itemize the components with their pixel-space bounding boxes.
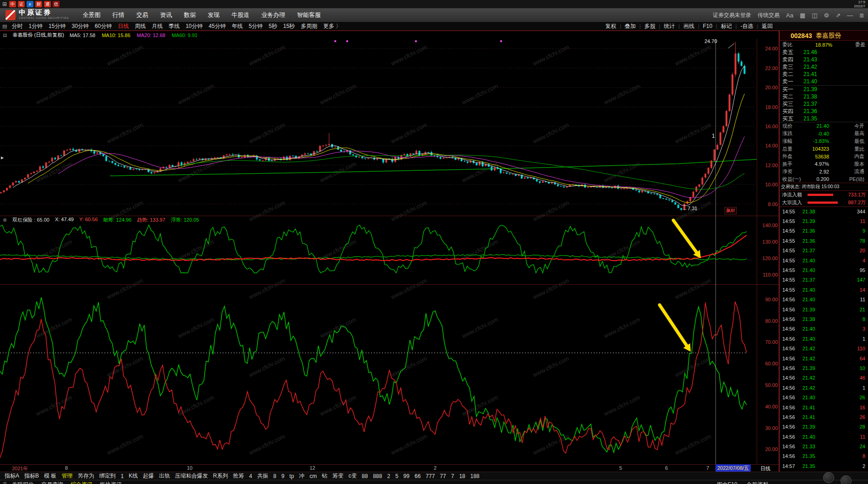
menu-item-7[interactable]: 牛股道 bbox=[231, 11, 249, 19]
taskbar-app-icon-3[interactable]: e bbox=[27, 1, 33, 7]
bottom-tool-14[interactable]: 4 bbox=[249, 473, 252, 479]
bottom-tool-19[interactable]: 冲 bbox=[299, 472, 305, 480]
panel-icon[interactable]: ▤ bbox=[3, 33, 7, 38]
menu-item-2[interactable]: 行情 bbox=[112, 11, 124, 19]
menu-item-8[interactable]: 业务办理 bbox=[261, 11, 285, 19]
chart-tool-3[interactable]: 多股 bbox=[644, 22, 655, 30]
bottom-tool-9[interactable]: 起爆 bbox=[143, 472, 154, 480]
bottom-tab-3[interactable]: 综合资讯 bbox=[71, 481, 93, 484]
grid-layout-icon[interactable]: ▦ bbox=[800, 12, 805, 19]
period-tab-7[interactable]: 周线 bbox=[135, 22, 146, 30]
period-tab-9[interactable]: 季线 bbox=[169, 22, 180, 30]
taskbar-app-icon-1[interactable]: 中 bbox=[9, 1, 16, 7]
period-tab-1[interactable]: 分时 bbox=[11, 22, 22, 30]
traditional-trade-link[interactable]: 传统交易 bbox=[758, 11, 780, 19]
chart-tool-6[interactable]: F10 bbox=[703, 23, 712, 29]
start-button[interactable]: ⊞ bbox=[2, 1, 7, 7]
bottom-tool-10[interactable]: 出轨 bbox=[159, 472, 170, 480]
bottom-tool-6[interactable]: 绑定到 bbox=[99, 472, 115, 480]
bottom-tool-30[interactable]: 777 bbox=[426, 473, 435, 479]
stock-header[interactable]: 002843 泰嘉股份 bbox=[780, 31, 868, 41]
bottom-tool-13[interactable]: 抢筹 bbox=[233, 472, 244, 480]
bottom-tool-5[interactable]: 另存为 bbox=[77, 472, 94, 480]
bottom-tool-32[interactable]: 7 bbox=[451, 473, 454, 479]
bottom-tool-24[interactable]: 88 bbox=[362, 473, 368, 479]
menu-item-9[interactable]: 智能客服 bbox=[297, 11, 321, 19]
bottom-tool-33[interactable]: 18 bbox=[459, 473, 465, 479]
bottom-tab-2[interactable]: 交易查询 bbox=[41, 481, 63, 484]
bottom-tool-15[interactable]: 共振 bbox=[257, 472, 268, 480]
bottom-tool-11[interactable]: 压缩粘合爆发 bbox=[175, 472, 208, 480]
indicator-collapse-icon[interactable]: ⊗ bbox=[3, 217, 7, 223]
bottom-tab-right-1[interactable]: 图文F10 bbox=[717, 481, 737, 484]
bottom-tool-3[interactable]: 模 板 bbox=[44, 472, 56, 480]
tick-list[interactable]: 14:5521.3834414:5521.391114:5521.36914:5… bbox=[780, 207, 868, 472]
period-tab-14[interactable]: 5秒 bbox=[269, 22, 278, 30]
menu-list-icon[interactable]: ≣ bbox=[3, 481, 7, 484]
share-arrow-icon[interactable]: ⇗ bbox=[835, 12, 841, 19]
period-tab-5[interactable]: 60分钟 bbox=[95, 22, 112, 30]
floating-button-2[interactable] bbox=[841, 475, 852, 484]
bottom-tool-4[interactable]: 管理 bbox=[61, 472, 72, 480]
multi-window-icon[interactable]: ◫ bbox=[812, 12, 817, 19]
bottom-tab-4[interactable]: 板块资讯 bbox=[100, 481, 122, 484]
chart-tool-9[interactable]: 返回 bbox=[762, 22, 773, 30]
bottom-tool-18[interactable]: tp bbox=[289, 473, 294, 479]
chart-tool-2[interactable]: 叠加 bbox=[625, 22, 636, 30]
menu-item-6[interactable]: 发现 bbox=[207, 11, 219, 19]
taskbar-app-icon-2[interactable]: 证 bbox=[18, 1, 25, 7]
period-tab-3[interactable]: 15分钟 bbox=[49, 22, 66, 30]
period-tab-8[interactable]: 月线 bbox=[152, 22, 163, 30]
bottom-tool-21[interactable]: 钻 bbox=[322, 472, 328, 480]
menu-item-1[interactable]: 全景图 bbox=[82, 11, 100, 19]
taskbar-app-icon-4[interactable]: 财 bbox=[35, 1, 42, 7]
chart-tool-7[interactable]: 标记 bbox=[721, 22, 732, 30]
period-tab-6[interactable]: 日线 bbox=[118, 22, 129, 30]
indicator2-chart[interactable] bbox=[0, 284, 779, 464]
bottom-tool-25[interactable]: 888 bbox=[373, 473, 382, 479]
period-tab-12[interactable]: 年线 bbox=[232, 22, 243, 30]
period-tab-2[interactable]: 1分钟 bbox=[28, 22, 43, 30]
period-tab-15[interactable]: 15秒 bbox=[283, 22, 295, 30]
bottom-tool-31[interactable]: 77 bbox=[440, 473, 446, 479]
bottom-tool-34[interactable]: 188 bbox=[470, 473, 480, 479]
indicator1-chart[interactable] bbox=[0, 216, 779, 284]
bottom-tool-28[interactable]: 99 bbox=[404, 473, 409, 479]
bottom-tool-29[interactable]: 66 bbox=[415, 473, 420, 479]
chart-tool-5[interactable]: 画线 bbox=[683, 22, 694, 30]
bottom-tab-right-2[interactable]: 个股资料 bbox=[747, 481, 769, 484]
bottom-tool-23[interactable]: c变 bbox=[349, 472, 357, 480]
minimize-icon[interactable]: — bbox=[847, 12, 853, 19]
bottom-tool-26[interactable]: 2 bbox=[387, 473, 390, 479]
menu-item-5[interactable]: 数据 bbox=[184, 11, 196, 19]
period-tab-16[interactable]: 多周期 bbox=[301, 22, 317, 30]
bottom-tool-20[interactable]: cm bbox=[310, 473, 317, 479]
bottom-tool-27[interactable]: 5 bbox=[395, 473, 399, 479]
taskbar-app-icon-6[interactable]: 信 bbox=[53, 1, 60, 7]
font-size-icon[interactable]: Aa bbox=[786, 12, 793, 19]
period-tab-17[interactable]: 更多 〉 bbox=[323, 22, 341, 30]
login-status[interactable]: 证券交易未登录 bbox=[713, 11, 751, 19]
bottom-tool-16[interactable]: 8 bbox=[273, 473, 276, 479]
candlestick-chart[interactable] bbox=[0, 39, 779, 216]
bottom-tool-22[interactable]: 筹变 bbox=[333, 472, 344, 480]
bottom-tab-1[interactable]: 关联报价 bbox=[12, 481, 34, 484]
bottom-tool-7[interactable]: 1 bbox=[120, 473, 124, 479]
menu-item-4[interactable]: 资讯 bbox=[160, 11, 172, 19]
period-tab-13[interactable]: 5分钟 bbox=[249, 22, 263, 30]
chart-tool-1[interactable]: 复权 bbox=[605, 22, 616, 30]
menu-list-icon[interactable]: ≣ bbox=[859, 12, 864, 19]
period-tab-10[interactable]: 10分钟 bbox=[186, 22, 202, 30]
taskbar-app-icon-5[interactable]: 通 bbox=[44, 1, 51, 7]
panel-grid-icon[interactable]: ▤ bbox=[2, 23, 7, 29]
settings-gear-icon[interactable]: ⚙ bbox=[824, 12, 830, 19]
chart-tool-4[interactable]: 统计 bbox=[664, 22, 675, 30]
bottom-tool-17[interactable]: 9 bbox=[281, 473, 284, 479]
chart-tool-8[interactable]: -自选 bbox=[740, 22, 753, 30]
period-tab-11[interactable]: 45分钟 bbox=[209, 22, 226, 30]
bottom-tool-8[interactable]: K线 bbox=[129, 472, 138, 480]
bottom-tool-1[interactable]: 指标A bbox=[5, 472, 19, 480]
bottom-tool-12[interactable]: R系列 bbox=[213, 472, 228, 480]
bottom-tool-2[interactable]: 指标B bbox=[24, 472, 39, 480]
period-tab-4[interactable]: 30分钟 bbox=[71, 22, 88, 30]
